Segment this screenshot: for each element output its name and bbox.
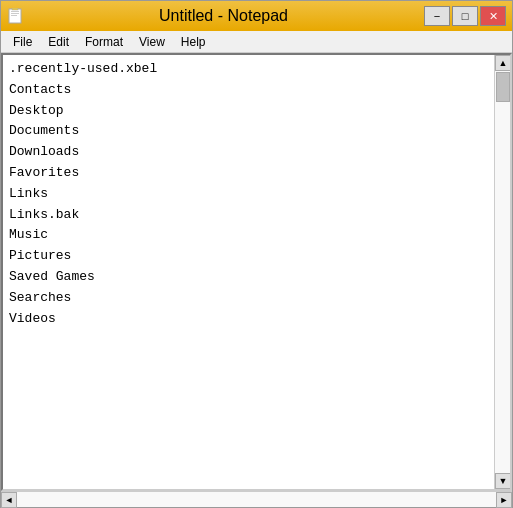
svg-rect-3 (11, 15, 17, 16)
menu-file[interactable]: File (5, 31, 40, 52)
scrollbar-horizontal[interactable]: ◄ ► (1, 491, 512, 507)
scroll-track-vertical[interactable] (495, 71, 510, 473)
menu-format[interactable]: Format (77, 31, 131, 52)
svg-rect-2 (11, 13, 19, 14)
title-bar: Untitled - Notepad − □ ✕ (1, 1, 512, 31)
title-bar-left (7, 8, 23, 24)
menu-view[interactable]: View (131, 31, 173, 52)
notepad-window: Untitled - Notepad − □ ✕ File Edit Forma… (0, 0, 513, 508)
scrollbar-vertical[interactable]: ▲ ▼ (494, 55, 510, 489)
window-title: Untitled - Notepad (159, 7, 288, 24)
menu-bar: File Edit Format View Help (1, 31, 512, 53)
scroll-track-horizontal[interactable] (17, 492, 496, 507)
minimize-button[interactable]: − (424, 6, 450, 26)
svg-rect-1 (11, 11, 19, 12)
close-button[interactable]: ✕ (480, 6, 506, 26)
scroll-thumb-vertical[interactable] (496, 72, 510, 102)
text-area-container: .recently-used.xbel Contacts Desktop Doc… (1, 53, 512, 491)
text-content[interactable]: .recently-used.xbel Contacts Desktop Doc… (3, 55, 494, 489)
menu-help[interactable]: Help (173, 31, 214, 52)
maximize-button[interactable]: □ (452, 6, 478, 26)
scroll-down-button[interactable]: ▼ (495, 473, 511, 489)
menu-edit[interactable]: Edit (40, 31, 77, 52)
scroll-left-button[interactable]: ◄ (1, 492, 17, 508)
title-center: Untitled - Notepad (23, 7, 424, 25)
scroll-right-button[interactable]: ► (496, 492, 512, 508)
svg-rect-4 (12, 8, 18, 10)
title-bar-buttons: − □ ✕ (424, 6, 506, 26)
scroll-up-button[interactable]: ▲ (495, 55, 511, 71)
notepad-icon (7, 8, 23, 24)
